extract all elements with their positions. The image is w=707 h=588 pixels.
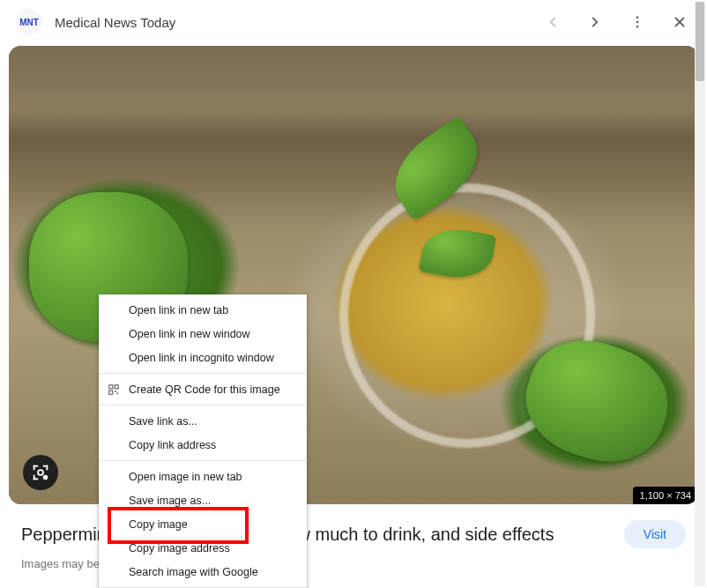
svg-rect-14	[115, 391, 116, 392]
svg-rect-15	[117, 392, 119, 394]
qr-code-icon	[107, 383, 121, 397]
svg-rect-13	[109, 391, 113, 394]
svg-rect-12	[115, 384, 118, 388]
context-menu-item[interactable]: Open link in new tab	[99, 298, 307, 322]
chevron-left-icon	[545, 14, 561, 30]
context-menu-item-label: Open link in new window	[129, 328, 250, 340]
svg-point-0	[636, 16, 639, 19]
svg-rect-8	[33, 475, 35, 480]
header-controls	[543, 12, 695, 32]
svg-rect-4	[33, 465, 35, 471]
context-menu-item[interactable]: Copy link address	[99, 433, 307, 457]
context-menu-item[interactable]: Search image with Google	[99, 560, 307, 584]
context-menu-item-label: Copy link address	[129, 439, 216, 451]
lens-icon	[31, 463, 50, 482]
visit-button[interactable]: Visit	[624, 520, 686, 548]
context-menu-item[interactable]: Save link as...	[99, 409, 307, 433]
context-menu-item-label: Open link in incognito window	[129, 352, 274, 364]
context-menu-separator	[99, 460, 307, 461]
context-menu-item[interactable]: Open image in new tab	[99, 465, 307, 488]
vertical-scrollbar[interactable]	[695, 2, 705, 586]
context-menu-item[interactable]: Open link in new window	[99, 322, 307, 346]
context-menu-item[interactable]: Copy image	[99, 512, 307, 536]
site-name[interactable]: Medical News Today	[55, 15, 531, 30]
svg-rect-6	[46, 465, 48, 471]
svg-rect-11	[109, 384, 113, 388]
site-favicon: MNT	[16, 9, 42, 35]
context-menu-item-label: Create QR Code for this image	[129, 383, 280, 396]
context-menu-item-label: Save image as...	[129, 495, 211, 507]
close-icon	[672, 14, 688, 30]
google-lens-button[interactable]	[23, 455, 58, 490]
context-menu-item-label: Copy image	[129, 518, 188, 531]
svg-point-1	[636, 21, 639, 24]
context-menu-separator	[99, 373, 307, 374]
chevron-right-icon	[587, 14, 603, 30]
context-menu-item-label: Save link as...	[129, 415, 197, 428]
more-options-button[interactable]	[628, 12, 647, 32]
next-image-button[interactable]	[585, 12, 605, 32]
svg-point-10	[38, 470, 43, 475]
image-dimensions-badge: 1,100 × 734	[633, 487, 698, 504]
scrollbar-thumb[interactable]	[696, 2, 704, 81]
close-button[interactable]	[670, 12, 689, 32]
context-menu-item[interactable]: Create QR Code for this image	[99, 377, 307, 401]
context-menu-item-label: Open image in new tab	[129, 471, 242, 483]
context-menu: Open link in new tabOpen link in new win…	[99, 294, 307, 588]
context-menu-item-label: Open link in new tab	[129, 304, 228, 316]
context-menu-item-label: Search image with Google	[129, 566, 258, 578]
context-menu-item[interactable]: Save image as...	[99, 488, 307, 512]
context-menu-item-label: Copy image address	[129, 542, 230, 555]
viewer-header: MNT Medical News Today	[0, 0, 707, 46]
svg-point-2	[636, 26, 639, 28]
more-vertical-icon	[629, 14, 645, 30]
context-menu-separator	[99, 405, 307, 406]
svg-point-9	[43, 475, 48, 480]
prev-image-button	[543, 12, 562, 32]
context-menu-item[interactable]: Open link in incognito window	[99, 346, 307, 369]
context-menu-item[interactable]: Copy image address	[99, 536, 307, 560]
